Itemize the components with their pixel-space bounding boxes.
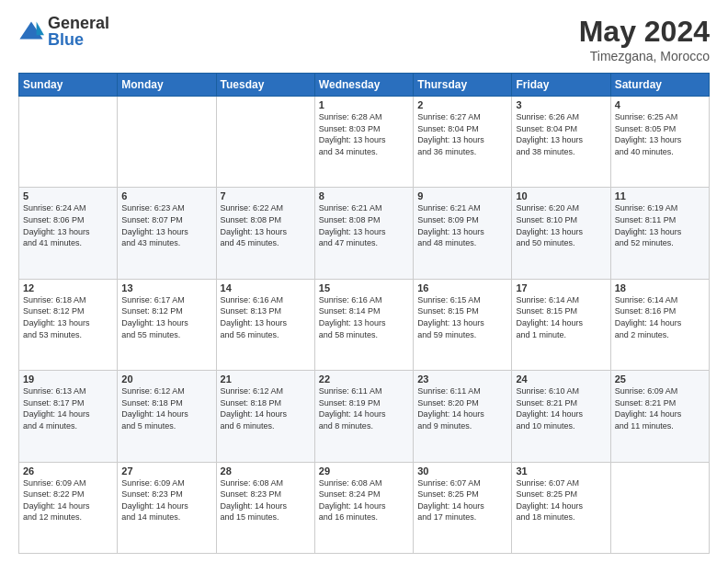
day-number: 19	[23, 373, 113, 385]
title-block: May 2024 Timezgana, Morocco	[579, 15, 710, 63]
day-info: Sunrise: 6:09 AM Sunset: 8:23 PM Dayligh…	[121, 478, 188, 523]
calendar-cell: 5Sunrise: 6:24 AM Sunset: 8:06 PM Daylig…	[19, 188, 118, 279]
subtitle: Timezgana, Morocco	[579, 49, 710, 63]
day-info: Sunrise: 6:28 AM Sunset: 8:03 PM Dayligh…	[319, 112, 386, 156]
day-number: 26	[23, 465, 113, 477]
calendar-week-4: 26Sunrise: 6:09 AM Sunset: 8:22 PM Dayli…	[19, 462, 710, 553]
day-info: Sunrise: 6:27 AM Sunset: 8:04 PM Dayligh…	[417, 112, 484, 156]
day-number: 6	[121, 190, 211, 201]
day-number: 23	[417, 373, 507, 385]
calendar-cell: 8Sunrise: 6:21 AM Sunset: 8:08 PM Daylig…	[314, 188, 413, 279]
calendar-cell: 27Sunrise: 6:09 AM Sunset: 8:23 PM Dayli…	[118, 462, 216, 553]
calendar-cell	[610, 462, 709, 553]
day-number: 13	[121, 282, 211, 293]
day-number: 2	[417, 99, 507, 110]
day-info: Sunrise: 6:25 AM Sunset: 8:05 PM Dayligh…	[615, 112, 682, 156]
logo-blue-text: Blue	[48, 31, 109, 48]
day-number: 27	[121, 465, 211, 477]
day-number: 14	[221, 282, 311, 293]
calendar-cell: 7Sunrise: 6:22 AM Sunset: 8:08 PM Daylig…	[216, 188, 314, 279]
day-info: Sunrise: 6:16 AM Sunset: 8:13 PM Dayligh…	[221, 295, 288, 339]
day-number: 5	[23, 190, 113, 201]
day-info: Sunrise: 6:23 AM Sunset: 8:07 PM Dayligh…	[121, 203, 188, 247]
logo-text: General Blue	[48, 15, 109, 48]
day-info: Sunrise: 6:24 AM Sunset: 8:06 PM Dayligh…	[23, 203, 90, 247]
day-info: Sunrise: 6:21 AM Sunset: 8:08 PM Dayligh…	[319, 203, 386, 247]
calendar-dow-thursday: Thursday	[414, 74, 512, 97]
day-info: Sunrise: 6:10 AM Sunset: 8:21 PM Dayligh…	[516, 386, 583, 431]
day-info: Sunrise: 6:21 AM Sunset: 8:09 PM Dayligh…	[417, 203, 484, 247]
calendar-dow-tuesday: Tuesday	[216, 74, 314, 97]
day-number: 3	[516, 99, 606, 110]
calendar-cell: 22Sunrise: 6:11 AM Sunset: 8:19 PM Dayli…	[314, 371, 413, 462]
calendar-cell: 29Sunrise: 6:08 AM Sunset: 8:24 PM Dayli…	[314, 462, 413, 553]
calendar-header-row: SundayMondayTuesdayWednesdayThursdayFrid…	[19, 74, 710, 97]
day-number: 7	[221, 190, 311, 201]
calendar-week-3: 19Sunrise: 6:13 AM Sunset: 8:17 PM Dayli…	[19, 371, 710, 462]
day-info: Sunrise: 6:22 AM Sunset: 8:08 PM Dayligh…	[221, 203, 288, 247]
day-number: 25	[615, 373, 705, 385]
calendar-cell: 1Sunrise: 6:28 AM Sunset: 8:03 PM Daylig…	[314, 97, 413, 188]
day-info: Sunrise: 6:15 AM Sunset: 8:15 PM Dayligh…	[417, 295, 484, 339]
calendar-dow-monday: Monday	[118, 74, 216, 97]
day-info: Sunrise: 6:20 AM Sunset: 8:10 PM Dayligh…	[516, 203, 583, 247]
day-info: Sunrise: 6:09 AM Sunset: 8:22 PM Dayligh…	[23, 478, 90, 523]
day-number: 22	[319, 373, 409, 385]
day-number: 12	[23, 282, 113, 293]
calendar-cell: 20Sunrise: 6:12 AM Sunset: 8:18 PM Dayli…	[118, 371, 216, 462]
svg-marker-1	[37, 22, 44, 36]
day-number: 21	[221, 373, 311, 385]
calendar-cell	[118, 97, 216, 188]
day-info: Sunrise: 6:18 AM Sunset: 8:12 PM Dayligh…	[23, 295, 90, 339]
day-info: Sunrise: 6:12 AM Sunset: 8:18 PM Dayligh…	[121, 386, 188, 431]
day-number: 10	[516, 190, 606, 201]
calendar-week-1: 5Sunrise: 6:24 AM Sunset: 8:06 PM Daylig…	[19, 188, 710, 279]
day-info: Sunrise: 6:14 AM Sunset: 8:15 PM Dayligh…	[516, 295, 583, 339]
day-info: Sunrise: 6:11 AM Sunset: 8:20 PM Dayligh…	[417, 386, 484, 431]
day-number: 9	[417, 190, 507, 201]
calendar-cell: 3Sunrise: 6:26 AM Sunset: 8:04 PM Daylig…	[512, 97, 610, 188]
logo-icon	[18, 18, 44, 44]
calendar-table: SundayMondayTuesdayWednesdayThursdayFrid…	[18, 73, 710, 554]
day-info: Sunrise: 6:17 AM Sunset: 8:12 PM Dayligh…	[121, 295, 188, 339]
calendar-cell: 28Sunrise: 6:08 AM Sunset: 8:23 PM Dayli…	[216, 462, 314, 553]
day-info: Sunrise: 6:12 AM Sunset: 8:18 PM Dayligh…	[221, 386, 288, 431]
day-number: 8	[319, 190, 409, 201]
day-number: 4	[615, 99, 705, 110]
calendar-cell: 2Sunrise: 6:27 AM Sunset: 8:04 PM Daylig…	[414, 97, 512, 188]
day-number: 16	[417, 282, 507, 293]
calendar-cell: 12Sunrise: 6:18 AM Sunset: 8:12 PM Dayli…	[19, 279, 118, 370]
calendar-cell: 4Sunrise: 6:25 AM Sunset: 8:05 PM Daylig…	[610, 97, 709, 188]
day-info: Sunrise: 6:16 AM Sunset: 8:14 PM Dayligh…	[319, 295, 386, 339]
calendar-cell: 6Sunrise: 6:23 AM Sunset: 8:07 PM Daylig…	[118, 188, 216, 279]
logo-general-text: General	[48, 15, 109, 31]
calendar-cell: 13Sunrise: 6:17 AM Sunset: 8:12 PM Dayli…	[118, 279, 216, 370]
calendar-cell: 11Sunrise: 6:19 AM Sunset: 8:11 PM Dayli…	[610, 188, 709, 279]
main-title: May 2024	[579, 15, 710, 49]
calendar-cell: 9Sunrise: 6:21 AM Sunset: 8:09 PM Daylig…	[414, 188, 512, 279]
calendar-cell: 31Sunrise: 6:07 AM Sunset: 8:25 PM Dayli…	[512, 462, 610, 553]
day-number: 11	[615, 190, 705, 201]
day-number: 15	[319, 282, 409, 293]
calendar-cell: 26Sunrise: 6:09 AM Sunset: 8:22 PM Dayli…	[19, 462, 118, 553]
day-number: 20	[121, 373, 211, 385]
logo: General Blue	[18, 15, 109, 48]
day-info: Sunrise: 6:19 AM Sunset: 8:11 PM Dayligh…	[615, 203, 682, 247]
day-info: Sunrise: 6:11 AM Sunset: 8:19 PM Dayligh…	[319, 386, 386, 431]
calendar-dow-wednesday: Wednesday	[314, 74, 413, 97]
day-info: Sunrise: 6:08 AM Sunset: 8:23 PM Dayligh…	[221, 478, 288, 523]
page: General Blue May 2024 Timezgana, Morocco…	[0, 0, 728, 563]
calendar-cell: 24Sunrise: 6:10 AM Sunset: 8:21 PM Dayli…	[512, 371, 610, 462]
day-info: Sunrise: 6:08 AM Sunset: 8:24 PM Dayligh…	[319, 478, 386, 523]
calendar-cell: 30Sunrise: 6:07 AM Sunset: 8:25 PM Dayli…	[414, 462, 512, 553]
day-number: 18	[615, 282, 705, 293]
calendar-cell: 25Sunrise: 6:09 AM Sunset: 8:21 PM Dayli…	[610, 371, 709, 462]
day-number: 31	[516, 465, 606, 477]
day-number: 30	[417, 465, 507, 477]
calendar-dow-saturday: Saturday	[610, 74, 709, 97]
calendar-cell: 17Sunrise: 6:14 AM Sunset: 8:15 PM Dayli…	[512, 279, 610, 370]
day-number: 28	[221, 465, 311, 477]
day-number: 24	[516, 373, 606, 385]
calendar-week-2: 12Sunrise: 6:18 AM Sunset: 8:12 PM Dayli…	[19, 279, 710, 370]
calendar-cell: 14Sunrise: 6:16 AM Sunset: 8:13 PM Dayli…	[216, 279, 314, 370]
